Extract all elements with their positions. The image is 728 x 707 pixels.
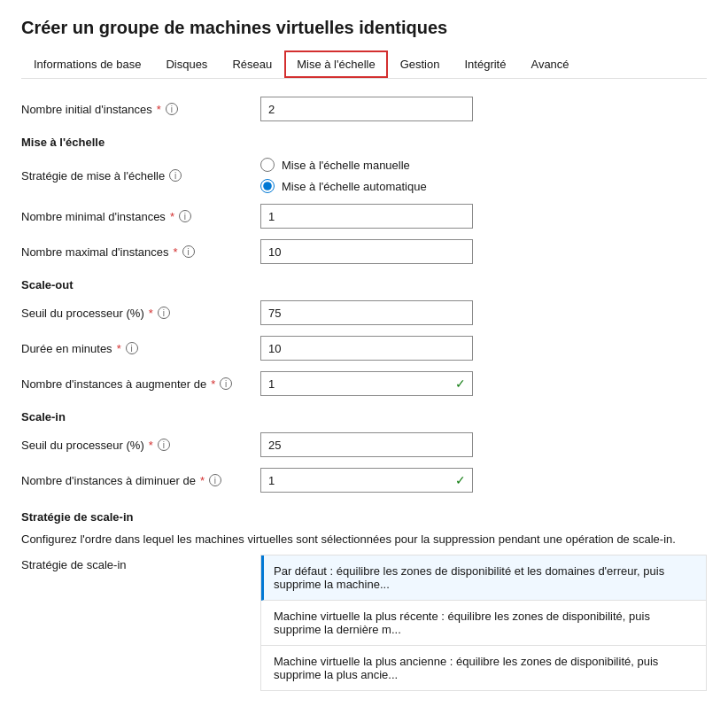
tab-avance[interactable]: Avancé <box>518 50 581 78</box>
required-star-duree: * <box>117 342 121 355</box>
nombre-initial-label: Nombre initial d'instances * i <box>21 103 260 116</box>
strategie-row: Stratégie de mise à l'échelle i Mise à l… <box>21 158 707 193</box>
scale-out-title: Scale-out <box>21 278 707 291</box>
duree-label: Durée en minutes * i <box>21 342 260 355</box>
scale-in-title: Scale-in <box>21 410 707 423</box>
duree-row: Durée en minutes * i <box>21 336 707 361</box>
tab-informations[interactable]: Informations de base <box>21 50 153 78</box>
seuil-out-input[interactable] <box>260 300 473 325</box>
radio-automatique-item[interactable]: Mise à l'échelle automatique <box>260 179 427 193</box>
radio-manuelle-input[interactable] <box>260 158 275 172</box>
required-star-min: * <box>170 210 174 223</box>
strategie-scale-in-section: Stratégie de scale-in Configurez l'ordre… <box>21 510 707 691</box>
nombre-maximal-info-icon[interactable]: i <box>182 245 195 258</box>
required-star-max: * <box>174 245 178 259</box>
tab-gestion[interactable]: Gestion <box>388 50 453 78</box>
radio-manuelle-item[interactable]: Mise à l'échelle manuelle <box>260 158 427 172</box>
radio-automatique-label: Mise à l'échelle automatique <box>282 180 427 193</box>
nombre-initial-input[interactable] <box>260 97 473 121</box>
strategie-label: Stratégie de mise à l'échelle i <box>21 169 260 183</box>
strategy-newest-row[interactable]: Machine virtuelle la plus récente : équi… <box>261 601 706 646</box>
required-star-seuil-out: * <box>149 307 153 320</box>
duree-info-icon[interactable]: i <box>126 342 138 354</box>
duree-input[interactable] <box>260 336 473 361</box>
seuil-out-row: Seuil du processeur (%) * i <box>21 300 707 325</box>
seuil-in-input[interactable] <box>260 432 473 457</box>
nombre-minimal-row: Nombre minimal d'instances * i <box>21 204 707 229</box>
instances-augmenter-select[interactable]: 1 2 3 4 5 <box>260 371 473 396</box>
instances-augmenter-row: Nombre d'instances à augmenter de * i 1 … <box>21 371 707 396</box>
nombre-minimal-label: Nombre minimal d'instances * i <box>21 210 260 223</box>
tab-mise-echelle[interactable]: Mise à l'échelle <box>284 50 387 78</box>
required-star-dim: * <box>200 474 205 487</box>
seuil-out-info-icon[interactable]: i <box>158 307 170 319</box>
nombre-maximal-row: Nombre maximal d'instances * i <box>21 239 707 264</box>
mise-echelle-title: Mise à l'échelle <box>21 136 707 149</box>
instances-augmenter-info-icon[interactable]: i <box>220 377 232 390</box>
seuil-in-row: Seuil du processeur (%) * i <box>21 432 707 457</box>
nombre-minimal-info-icon[interactable]: i <box>179 210 191 222</box>
page-title: Créer un groupe de machines virtuelles i… <box>21 18 707 38</box>
strategie-scale-in-label: Stratégie de scale-in <box>21 555 260 571</box>
strategie-scale-in-row: Stratégie de scale-in Par défaut : équil… <box>21 555 707 691</box>
seuil-in-info-icon[interactable]: i <box>158 439 170 451</box>
seuil-out-label: Seuil du processeur (%) * i <box>21 307 260 320</box>
strategy-oldest-row[interactable]: Machine virtuelle la plus ancienne : équ… <box>261 646 706 690</box>
strategie-info-icon[interactable]: i <box>169 169 182 182</box>
required-star-aug: * <box>211 377 215 391</box>
nombre-initial-row: Nombre initial d'instances * i <box>21 97 707 121</box>
seuil-in-label: Seuil du processeur (%) * i <box>21 439 260 452</box>
radio-automatique-input[interactable] <box>260 179 275 193</box>
strategie-radio-group: Mise à l'échelle manuelle Mise à l'échel… <box>260 158 427 193</box>
instances-diminuer-select[interactable]: 1 2 3 4 5 <box>260 468 473 493</box>
scale-in-section: Scale-in Seuil du processeur (%) * i Nom… <box>21 410 707 493</box>
strategie-scale-in-title: Stratégie de scale-in <box>21 510 707 524</box>
nombre-minimal-input[interactable] <box>260 204 473 229</box>
required-star: * <box>157 103 161 116</box>
instances-diminuer-select-container: 1 2 3 4 5 ✓ <box>260 468 473 493</box>
instances-diminuer-label: Nombre d'instances à diminuer de * i <box>21 474 260 487</box>
tab-integrite[interactable]: Intégrité <box>452 50 518 78</box>
strategie-scale-in-description: Configurez l'ordre dans lequel les machi… <box>21 532 707 546</box>
strategy-default-row[interactable]: Par défaut : équilibre les zones de disp… <box>261 556 706 601</box>
instances-augmenter-select-container: 1 2 3 4 5 ✓ <box>260 371 473 396</box>
required-star-seuil-in: * <box>149 439 153 452</box>
instances-diminuer-info-icon[interactable]: i <box>209 474 221 486</box>
nombre-maximal-label: Nombre maximal d'instances * i <box>21 245 260 259</box>
nombre-maximal-input[interactable] <box>260 239 473 264</box>
initial-instances-section: Nombre initial d'instances * i <box>21 97 707 121</box>
nombre-initial-info-icon[interactable]: i <box>166 103 178 115</box>
tab-bar: Informations de base Disques Réseau Mise… <box>21 50 707 79</box>
tab-reseau[interactable]: Réseau <box>220 50 284 78</box>
instances-augmenter-label: Nombre d'instances à augmenter de * i <box>21 377 260 391</box>
mise-echelle-section: Mise à l'échelle Stratégie de mise à l'é… <box>21 136 707 264</box>
scale-out-section: Scale-out Seuil du processeur (%) * i Du… <box>21 278 707 396</box>
radio-manuelle-label: Mise à l'échelle manuelle <box>282 159 410 172</box>
strategy-table: Par défaut : équilibre les zones de disp… <box>260 555 707 691</box>
instances-diminuer-row: Nombre d'instances à diminuer de * i 1 2… <box>21 468 707 493</box>
tab-disques[interactable]: Disques <box>153 50 220 78</box>
